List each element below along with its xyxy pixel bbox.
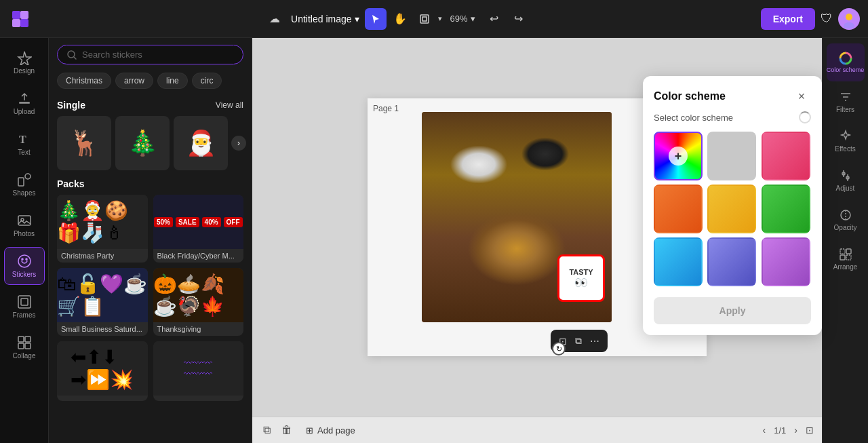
swatch-orange[interactable] <box>654 185 703 233</box>
pack-christmas[interactable]: 🎄🤶🍪🎁🧦🕯 Christmas Party <box>57 195 148 263</box>
packs-section-title: Packs <box>57 178 84 189</box>
sidebar-item-upload-label: Upload <box>14 108 35 115</box>
sticker-tree[interactable]: 🎄 <box>115 116 170 170</box>
canvas-delete-btn[interactable]: 🗑 <box>279 421 295 439</box>
export-button[interactable]: Export <box>761 8 815 30</box>
sidebar-item-shapes[interactable]: Shapes <box>4 166 45 204</box>
right-icon-adjust[interactable]: Adjust <box>827 161 865 199</box>
right-sidebar: Color scheme Filters Effects Adjust <box>822 38 868 443</box>
upload-icon[interactable]: ☁ <box>264 8 285 30</box>
swatch-rainbow[interactable]: + <box>654 132 703 180</box>
canvas-copy-btn[interactable]: ⧉ <box>260 421 273 439</box>
sidebar-item-design-label: Design <box>14 67 35 75</box>
sidebar-item-frames[interactable]: Frames <box>4 288 45 326</box>
file-chevron-icon: ▾ <box>355 14 359 24</box>
sticker-overlay[interactable]: TASTY 👀 <box>557 254 605 302</box>
apply-button[interactable]: Apply <box>654 297 811 324</box>
search-input[interactable] <box>82 50 233 60</box>
sticker-reindeer[interactable]: 🦌 <box>57 116 111 170</box>
expand-btn[interactable]: ⊡ <box>806 425 814 436</box>
svg-rect-28 <box>840 255 845 260</box>
file-title[interactable]: Untitled image ▾ <box>291 14 359 24</box>
pack-arrows[interactable]: ⬅⬆⬇➡⏩💥 <box>57 341 148 401</box>
svg-point-13 <box>18 255 31 267</box>
svg-point-6 <box>846 14 852 20</box>
right-icon-color-scheme[interactable]: Color scheme <box>827 43 865 81</box>
svg-rect-19 <box>25 336 31 342</box>
pack-arrows-label <box>57 396 148 401</box>
single-section-title: Single <box>57 100 85 111</box>
swatch-plus-icon: + <box>669 147 688 166</box>
sticker-text: TASTY <box>569 268 593 276</box>
sidebar-item-photos[interactable]: Photos <box>4 206 45 244</box>
sidebar-item-collage-label: Collage <box>13 352 36 360</box>
svg-rect-2 <box>12 19 20 27</box>
pack-smallbiz-thumb: 🛍🔓💜☕🛒📋 <box>57 268 148 322</box>
swatch-yellow[interactable] <box>707 185 756 233</box>
sticker-santahat[interactable]: 🎅 <box>174 116 228 170</box>
sidebar-item-stickers-label: Stickers <box>12 271 37 278</box>
next-page-btn[interactable]: › <box>790 423 802 437</box>
right-icon-arrange[interactable]: Arrange <box>827 240 865 278</box>
rotate-handle[interactable]: ↻ <box>552 342 566 355</box>
add-page-label: Add page <box>317 425 355 436</box>
pack-smallbiz[interactable]: 🛍🔓💜☕🛒📋 Small Business Saturd... <box>57 268 148 336</box>
packs-grid: 🎄🤶🍪🎁🧦🕯 Christmas Party 50% SALE 40% OFF … <box>57 195 243 401</box>
color-swatches: + <box>643 132 822 294</box>
sidebar-item-frames-label: Frames <box>13 311 36 319</box>
zoom-control[interactable]: 69% ▾ <box>445 11 481 26</box>
svg-rect-27 <box>846 249 851 254</box>
pack-christmas-thumb: 🎄🤶🍪🎁🧦🕯 <box>57 195 148 249</box>
svg-point-15 <box>26 258 27 260</box>
frame-tool-btn[interactable] <box>414 8 435 30</box>
right-icon-opacity[interactable]: Opacity <box>827 201 865 239</box>
sidebar-item-stickers[interactable]: Stickers <box>4 247 45 285</box>
app-logo[interactable] <box>8 7 33 31</box>
swatch-green[interactable] <box>762 185 810 233</box>
search-input-wrap[interactable] <box>57 45 243 64</box>
pack-smallbiz-label: Small Business Saturd... <box>57 322 148 336</box>
sidebar-item-design[interactable]: Design <box>4 43 45 81</box>
pack-thanksgiving[interactable]: 🎃🥧🍂☕🦃🍁 Thanksgiving <box>153 268 244 336</box>
user-avatar[interactable] <box>838 8 860 30</box>
swatch-blue[interactable] <box>654 237 703 286</box>
shield-icon[interactable]: 🛡 <box>821 12 833 26</box>
svg-rect-26 <box>840 249 845 254</box>
swatch-gray[interactable] <box>707 132 756 180</box>
close-panel-btn[interactable]: × <box>792 87 811 106</box>
pack-squiggles[interactable]: 〰〰〰〰〰〰 <box>153 341 244 401</box>
sticker-more-btn[interactable]: ⋯ <box>587 333 602 349</box>
sticker-copy-btn[interactable]: ⧉ <box>572 332 585 349</box>
add-page-button[interactable]: ⊞ Add page <box>300 423 361 438</box>
tag-christmas[interactable]: Christmas <box>57 73 111 89</box>
tag-arrow[interactable]: arrow <box>115 73 153 89</box>
tag-line[interactable]: line <box>157 73 188 89</box>
sidebar-item-collage[interactable]: Collage <box>4 328 45 366</box>
svg-point-14 <box>22 258 23 260</box>
swatch-pink[interactable] <box>762 132 810 180</box>
sidebar-item-text-label: Text <box>18 149 30 156</box>
hand-tool-btn[interactable]: ✋ <box>389 8 411 30</box>
search-bar <box>49 38 252 69</box>
sticker-eyes: 👀 <box>574 276 588 289</box>
pack-blackfriday[interactable]: 50% SALE 40% OFF Black Friday/Cyber M... <box>153 195 244 263</box>
color-panel-subtitle: Select color scheme <box>643 111 822 132</box>
swatch-lavender[interactable] <box>762 237 810 286</box>
panel-scroll[interactable]: Single View all 🦌 🎄 🎅 › Packs 🎄🤶🍪🎁🧦🕯 Chr… <box>49 94 252 443</box>
frame-chevron-icon: ▾ <box>438 14 442 23</box>
undo-btn[interactable]: ↩ <box>484 8 505 30</box>
prev-page-btn[interactable]: ‹ <box>759 423 770 437</box>
svg-rect-1 <box>20 11 28 19</box>
sticker-row-next[interactable]: › <box>231 136 246 151</box>
tag-circle[interactable]: circ <box>192 73 222 89</box>
redo-btn[interactable]: ↪ <box>508 8 530 30</box>
sidebar-item-text[interactable]: T Text <box>4 125 45 163</box>
select-tool-btn[interactable] <box>365 8 387 30</box>
right-icon-filters[interactable]: Filters <box>827 83 865 121</box>
svg-rect-9 <box>18 178 24 186</box>
single-section-header: Single View all <box>57 100 243 111</box>
single-view-all[interactable]: View all <box>216 100 243 110</box>
swatch-purple-blue[interactable] <box>707 237 756 286</box>
sidebar-item-upload[interactable]: Upload <box>4 84 45 122</box>
right-icon-effects[interactable]: Effects <box>827 122 865 160</box>
